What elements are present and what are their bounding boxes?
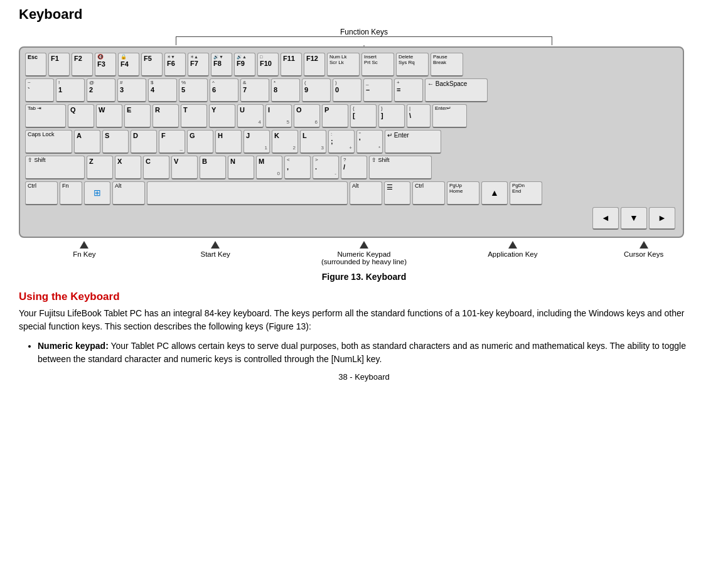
key-v: V	[171, 156, 198, 179]
ann-numeric-keypad-label: Numeric Keypad(surrounded by heavy line)	[321, 250, 407, 265]
key-f5: F5	[141, 53, 163, 77]
key-arrow-right: ►	[649, 207, 675, 230]
key-f1: F1	[48, 53, 70, 77]
figure-caption: Figure 13. Keyboard	[19, 272, 709, 282]
body-text: Your Fujitsu LifeBook Tablet PC has an i…	[19, 307, 709, 333]
key-esc: Esc	[25, 53, 46, 77]
key-f: F_	[159, 130, 185, 154]
key-3: #3	[117, 78, 146, 102]
key-g: G	[187, 130, 213, 154]
key-f7: ☀▲F7	[188, 53, 209, 77]
key-rbracket: }]	[378, 104, 405, 128]
key-h: H	[215, 130, 242, 154]
row-zxcv: ⇧ Shift Z X C V B N M0 <, >.- ?/ ⇧ Shift	[25, 156, 678, 179]
key-r: R	[153, 104, 179, 128]
key-numlk: Num LkScr Lk	[327, 53, 360, 77]
key-semicolon: :;+	[328, 130, 355, 154]
keyboard-diagram: Esc F1 F2 🔇F3 🔒F4 F5 ☀▼F6 ☀▲F7 🔊▼F8 🔊▲F9…	[19, 46, 709, 238]
row-bottom: Ctrl Fn ⊞ Alt Alt ☰ Ctrl PgUpHome ▲ PgDn…	[25, 181, 678, 205]
key-f3: 🔇F3	[95, 53, 116, 77]
key-c: C	[143, 156, 169, 179]
key-a: A	[74, 130, 100, 154]
key-5: %5	[179, 78, 208, 102]
key-1: !1	[56, 78, 85, 102]
key-f8: 🔊▼F8	[211, 53, 232, 77]
key-f12: F12	[304, 53, 325, 77]
key-0: )0	[333, 78, 361, 102]
key-t: T	[181, 104, 207, 128]
key-p: P	[322, 104, 348, 128]
key-minus: _–	[363, 78, 392, 102]
key-e: E	[124, 104, 151, 128]
key-x: X	[115, 156, 141, 179]
key-pgup-home: PgUpHome	[447, 181, 479, 205]
key-comma: <,	[284, 156, 311, 179]
list-item: Numeric keypad: Your Tablet PC allows ce…	[38, 340, 709, 366]
key-k: K2	[272, 130, 298, 154]
ann-cursor-keys: Cursor Keys	[619, 241, 669, 258]
key-backspace: ← BackSpace	[425, 78, 488, 102]
key-insert: InsertPrt Sc	[361, 53, 394, 77]
bullet-list: Numeric keypad: Your Tablet PC allows ce…	[38, 340, 709, 366]
key-application: ☰	[384, 181, 410, 205]
keyboard-annotations: Fn Key Start Key Numeric Keypad(surround…	[19, 241, 709, 265]
key-windows: ⊞	[84, 181, 110, 205]
key-tilde: ~`	[25, 78, 54, 102]
key-alt-right: Alt	[350, 181, 382, 205]
page-title: Keyboard	[19, 6, 709, 23]
key-arrow-left: ◄	[592, 207, 619, 230]
key-ctrl-left: Ctrl	[25, 181, 58, 205]
key-o: O6	[294, 104, 320, 128]
key-b: B	[200, 156, 226, 179]
key-l: L3	[300, 130, 326, 154]
key-f10: □F10	[257, 53, 279, 77]
ann-application-key-label: Application Key	[488, 250, 537, 258]
key-shift-right: ⇧ Shift	[369, 156, 432, 179]
key-9: (9	[302, 78, 331, 102]
bullet-text-0: Your Tablet PC allows certain keys to se…	[38, 341, 686, 364]
key-ctrl-right: Ctrl	[412, 181, 445, 205]
key-pgdn-end: PgDnEnd	[510, 181, 542, 205]
row-function: Esc F1 F2 🔇F3 🔒F4 F5 ☀▼F6 ☀▲F7 🔊▼F8 🔊▲F9…	[25, 53, 678, 77]
key-lbracket: {[	[350, 104, 377, 128]
key-alt-left: Alt	[112, 181, 145, 205]
key-w: W	[96, 104, 122, 128]
function-keys-label: Function Keys	[19, 28, 709, 36]
key-f6: ☀▼F6	[164, 53, 186, 77]
key-enter: ↵ Enter	[385, 130, 441, 154]
key-f2: F2	[72, 53, 93, 77]
key-arrow-down: ▼	[621, 207, 647, 230]
ann-application-key: Application Key	[488, 241, 538, 258]
key-f9: 🔊▲F9	[234, 53, 255, 77]
key-quote: "'*	[356, 130, 383, 154]
key-4: $4	[148, 78, 177, 102]
key-arrow-up: ▲	[481, 181, 508, 205]
ann-numeric-keypad: Numeric Keypad(surrounded by heavy line)	[321, 241, 407, 265]
key-tab: Tab ⇥	[25, 104, 66, 128]
ann-fn-key: Fn Key	[59, 241, 109, 258]
key-2: @2	[87, 78, 115, 102]
row-qwerty: Tab ⇥ Q W E R T Y U4 I5 O6 P {[ }] |\ En…	[25, 104, 678, 128]
key-q: Q	[68, 104, 94, 128]
section-heading: Using the Keyboard	[19, 291, 709, 303]
ann-start-key-label: Start Key	[200, 250, 230, 258]
key-m: M0	[256, 156, 282, 179]
key-delete: DeleteSys Rq	[396, 53, 429, 77]
key-z: Z	[87, 156, 113, 179]
key-space	[147, 181, 348, 205]
key-enter-top: Enter↵	[432, 104, 467, 128]
key-period: >.-	[313, 156, 339, 179]
key-6: ^6	[210, 78, 238, 102]
ann-fn-key-label: Fn Key	[73, 250, 95, 258]
key-j: J1	[244, 130, 270, 154]
key-fn: Fn	[60, 181, 82, 205]
key-u: U4	[237, 104, 264, 128]
key-8: *8	[271, 78, 300, 102]
key-slash: ?/	[341, 156, 367, 179]
key-equals: +=	[394, 78, 423, 102]
key-f4: 🔒F4	[118, 53, 139, 77]
key-n: N	[228, 156, 254, 179]
row-asdf: Caps Lock A S D F_ G H J1 K2 L3 :;+ "'* …	[25, 130, 678, 154]
bullet-bold-0: Numeric keypad:	[38, 341, 109, 351]
key-s: S	[102, 130, 129, 154]
